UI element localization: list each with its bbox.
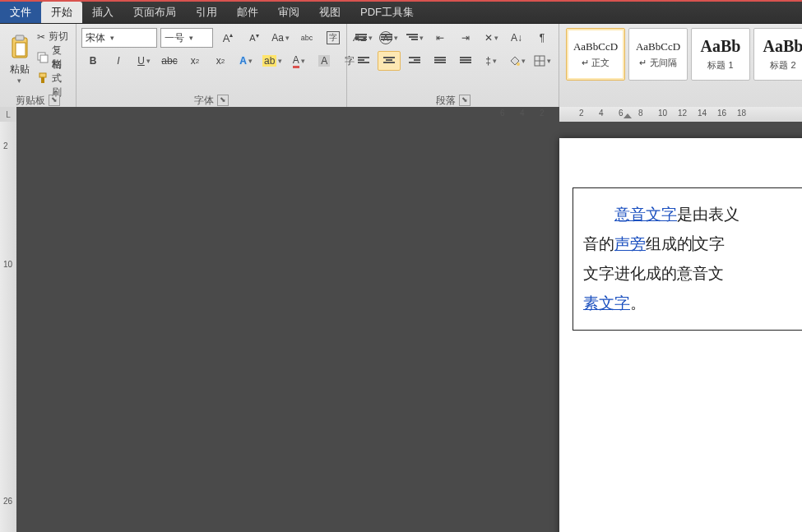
hruler-tick: 6 bbox=[500, 109, 505, 118]
style-card-2[interactable]: AaBb标题 1 bbox=[691, 28, 750, 81]
vruler-tick: 10 bbox=[3, 260, 12, 269]
hruler-tick: 12 bbox=[678, 109, 687, 118]
vruler-tick: 26 bbox=[3, 497, 12, 506]
align-distribute-icon bbox=[460, 56, 471, 66]
vertical-ruler[interactable]: 21026 bbox=[0, 122, 17, 532]
tab-file[interactable]: 文件 bbox=[0, 2, 41, 23]
tab-references[interactable]: 引用 bbox=[186, 2, 227, 23]
text-box[interactable]: 意音文字是由表义 音的声旁组成的文字 文字进化成的意音文 素文字。 bbox=[573, 187, 802, 331]
align-left-icon bbox=[358, 56, 369, 66]
link-yiyin[interactable]: 意音文字 bbox=[614, 206, 677, 223]
align-distribute-button[interactable] bbox=[454, 51, 477, 71]
show-marks-button[interactable]: ¶ bbox=[531, 28, 554, 48]
tab-view[interactable]: 视图 bbox=[309, 2, 350, 23]
indent-icon: ⇥ bbox=[461, 32, 470, 44]
subscript-button[interactable]: x2 bbox=[183, 51, 206, 71]
workspace: L 64224681012141618 21026 意音文字是由表义 音的声旁组… bbox=[0, 107, 802, 532]
bold-button[interactable]: B bbox=[81, 51, 104, 71]
brush-icon bbox=[37, 72, 49, 84]
char-shading-button[interactable]: A bbox=[313, 51, 336, 71]
align-justify-button[interactable] bbox=[429, 51, 452, 71]
link-shengpang[interactable]: 声旁 bbox=[614, 235, 646, 252]
sort-button[interactable]: A↓ bbox=[505, 28, 528, 48]
style-preview: AaBbCcD bbox=[573, 40, 618, 53]
indent-decrease-button[interactable]: ⇤ bbox=[429, 28, 452, 48]
align-right-icon bbox=[409, 56, 420, 66]
tab-review[interactable]: 审阅 bbox=[268, 2, 309, 23]
style-name: 标题 2 bbox=[770, 59, 795, 72]
shading-button[interactable] bbox=[505, 51, 528, 71]
sort-icon: A↓ bbox=[511, 32, 522, 44]
paragraph-expand-icon[interactable]: ⬊ bbox=[459, 95, 471, 106]
clipboard-expand-icon[interactable]: ⬊ bbox=[49, 95, 60, 106]
font-size-combo[interactable]: 一号▾ bbox=[160, 28, 213, 48]
svg-rect-5 bbox=[39, 73, 46, 77]
hruler-tick: 6 bbox=[619, 109, 624, 118]
style-name: ↵ 正文 bbox=[582, 57, 610, 69]
document-canvas[interactable]: 意音文字是由表义 音的声旁组成的文字 文字进化成的意音文 素文字。 bbox=[16, 122, 802, 532]
style-name: ↵ 无间隔 bbox=[639, 57, 676, 69]
multilevel-icon bbox=[406, 33, 418, 43]
link-suwenzi[interactable]: 素文字 bbox=[583, 294, 630, 312]
page: 意音文字是由表义 音的声旁组成的文字 文字进化成的意音文 素文字。 bbox=[559, 138, 802, 532]
align-justify-icon bbox=[434, 56, 446, 66]
font-expand-icon[interactable]: ⬊ bbox=[217, 95, 229, 106]
font-name-combo[interactable]: 宋体▾ bbox=[81, 28, 157, 48]
outdent-icon: ⇤ bbox=[436, 32, 444, 44]
hruler-tick: 8 bbox=[638, 109, 643, 118]
shrink-font-button[interactable]: A▾ bbox=[243, 28, 266, 48]
paste-button[interactable]: 粘贴 ▾ bbox=[5, 26, 34, 92]
copy-icon bbox=[37, 52, 49, 63]
highlight-button[interactable]: ab bbox=[260, 51, 285, 71]
grow-font-button[interactable]: A▴ bbox=[216, 28, 239, 48]
text-effects-button[interactable]: A bbox=[234, 51, 257, 71]
text-direction-icon: ✕ bbox=[484, 32, 493, 44]
horizontal-ruler[interactable]: 64224681012141618 bbox=[16, 107, 802, 123]
first-line-indent-marker[interactable] bbox=[624, 113, 632, 118]
hruler-tick: 14 bbox=[698, 109, 707, 118]
line-spacing-button[interactable]: ‡ bbox=[480, 51, 503, 71]
bullets-button[interactable] bbox=[352, 28, 375, 48]
paste-label: 粘贴 bbox=[10, 62, 30, 76]
hruler-tick: 4 bbox=[599, 109, 604, 118]
tab-mail[interactable]: 邮件 bbox=[227, 2, 268, 23]
tab-home[interactable]: 开始 bbox=[41, 2, 82, 23]
hruler-tick: 18 bbox=[737, 109, 746, 118]
style-card-1[interactable]: AaBbCcD↵ 无间隔 bbox=[628, 28, 688, 81]
char-border-button[interactable]: 字 bbox=[322, 28, 345, 48]
style-card-0[interactable]: AaBbCcD↵ 正文 bbox=[566, 28, 625, 81]
tab-pdf-tools[interactable]: PDF工具集 bbox=[350, 2, 424, 23]
indent-increase-button[interactable]: ⇥ bbox=[454, 28, 477, 48]
paragraph-group-label: 段落 bbox=[436, 94, 456, 108]
align-center-button[interactable] bbox=[378, 51, 401, 71]
svg-rect-6 bbox=[41, 77, 44, 83]
hruler-tick: 2 bbox=[540, 109, 545, 118]
hruler-tick: 4 bbox=[520, 109, 525, 118]
clipboard-group-label: 剪贴板 bbox=[16, 94, 45, 108]
multilevel-button[interactable] bbox=[403, 28, 426, 48]
ribbon: 粘贴 ▾ ✂剪切 复制 格式刷 剪贴板⬊ 宋体▾ 一号▾ A▴ A▾ Aa ab… bbox=[0, 24, 802, 109]
pilcrow-icon: ¶ bbox=[540, 32, 545, 44]
format-painter-button[interactable]: 格式刷 bbox=[37, 69, 71, 87]
strike-button[interactable]: abc bbox=[158, 51, 181, 71]
borders-button[interactable] bbox=[531, 51, 554, 71]
tab-layout[interactable]: 页面布局 bbox=[123, 2, 186, 23]
phonetic-guide-button[interactable]: abc bbox=[295, 28, 318, 48]
font-color-button[interactable]: A bbox=[287, 51, 310, 71]
style-card-3[interactable]: AaBb标题 2 bbox=[753, 28, 802, 81]
clipboard-icon bbox=[9, 35, 30, 59]
style-preview: AaBbCcD bbox=[636, 40, 680, 53]
underline-button[interactable]: U bbox=[132, 51, 155, 71]
superscript-button[interactable]: x2 bbox=[209, 51, 232, 71]
align-left-button[interactable] bbox=[352, 51, 375, 71]
svg-rect-1 bbox=[16, 35, 24, 40]
text-direction-button[interactable]: ✕ bbox=[480, 28, 503, 48]
tab-insert[interactable]: 插入 bbox=[82, 2, 123, 23]
borders-icon bbox=[534, 55, 545, 67]
align-right-button[interactable] bbox=[403, 51, 426, 71]
change-case-button[interactable]: Aa bbox=[269, 28, 292, 48]
italic-button[interactable]: I bbox=[107, 51, 130, 71]
ruler-corner[interactable]: L bbox=[0, 107, 17, 123]
numbering-button[interactable] bbox=[378, 28, 401, 48]
svg-rect-4 bbox=[40, 55, 48, 62]
